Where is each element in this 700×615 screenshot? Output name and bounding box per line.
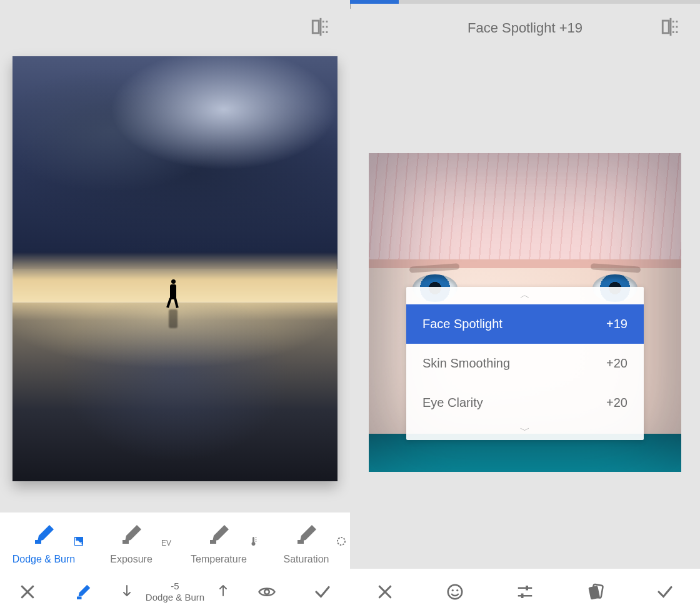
svg-rect-13	[122, 540, 129, 544]
sliders-button[interactable]	[506, 577, 544, 607]
menu-item-value: +20	[606, 356, 628, 371]
brush-tool-button[interactable]	[64, 577, 102, 607]
styles-button[interactable]	[576, 577, 614, 607]
menu-item-value: +20	[606, 396, 628, 410]
aperture-icon	[336, 536, 346, 548]
svg-rect-24	[662, 21, 669, 33]
brush-option-label: Temperature	[181, 554, 256, 565]
svg-rect-2	[322, 21, 324, 22]
menu-item-label: Skin Smoothing	[422, 356, 510, 371]
svg-rect-11	[76, 539, 78, 541]
cancel-button[interactable]	[9, 577, 46, 607]
exposure-sub-text: EV	[161, 539, 171, 548]
editor-panel-portrait: Face Spotlight +19 ︿ Face Spotlight +19 …	[350, 0, 700, 615]
svg-rect-3	[326, 21, 328, 22]
stepper-value: -5	[146, 581, 204, 592]
increase-button[interactable]	[216, 583, 231, 601]
decrease-button[interactable]	[119, 583, 134, 601]
stepper-labels: -5 Dodge & Burn	[146, 581, 204, 603]
menu-item-label: Face Spotlight	[422, 317, 502, 331]
bottombar-left: -5 Dodge & Burn	[0, 569, 350, 615]
silhouette-figure	[165, 279, 181, 317]
svg-point-33	[452, 589, 454, 591]
brush-option-label: Exposure	[94, 554, 169, 565]
svg-rect-36	[526, 586, 528, 591]
thermometer-icon	[249, 536, 259, 548]
topbar-left	[0, 0, 350, 56]
dodge-burn-sub-icon	[74, 536, 84, 548]
svg-rect-28	[672, 26, 674, 28]
brush-option-exposure[interactable]: EV Exposure	[94, 521, 169, 565]
svg-rect-27	[676, 21, 678, 22]
svg-rect-7	[326, 31, 328, 33]
menu-item-face-spotlight[interactable]: Face Spotlight +19	[406, 304, 644, 344]
svg-rect-12	[79, 542, 82, 544]
bottombar-right	[350, 569, 700, 615]
adjustment-title: Face Spotlight +19	[350, 20, 700, 36]
compare-icon[interactable]	[310, 16, 331, 40]
apply-button[interactable]	[304, 577, 341, 607]
menu-item-skin-smoothing[interactable]: Skin Smoothing +20	[406, 344, 644, 383]
svg-point-32	[448, 585, 462, 599]
image-canvas-left[interactable]	[0, 56, 350, 494]
compare-icon[interactable]	[660, 16, 681, 40]
apply-button[interactable]	[646, 577, 684, 607]
svg-rect-31	[676, 31, 678, 33]
image-canvas-right[interactable]: ︿ Face Spotlight +19 Skin Smoothing +20 …	[350, 56, 700, 569]
svg-rect-6	[322, 31, 324, 33]
svg-rect-4	[322, 26, 324, 28]
svg-rect-14	[210, 540, 216, 544]
svg-rect-29	[676, 26, 678, 28]
topbar-right: Face Spotlight +19	[350, 0, 700, 56]
svg-point-16	[252, 542, 256, 546]
adjustment-menu[interactable]: ︿ Face Spotlight +19 Skin Smoothing +20 …	[406, 287, 644, 440]
brush-options-row: Dodge & Burn EV Exposure Temperature	[0, 512, 350, 569]
photo-beach-silhouette	[12, 56, 338, 481]
chevron-up-icon[interactable]: ︿	[406, 287, 644, 304]
svg-rect-5	[326, 26, 328, 28]
svg-rect-15	[252, 537, 254, 542]
stepper-label: Dodge & Burn	[146, 592, 204, 603]
brush-option-label: Saturation	[269, 554, 344, 565]
svg-point-23	[265, 589, 270, 594]
value-stepper: -5 Dodge & Burn	[119, 581, 231, 603]
brush-option-label: Dodge & Burn	[6, 554, 81, 565]
mask-view-button[interactable]	[248, 577, 286, 607]
editor-panel-brush: Dodge & Burn EV Exposure Temperature	[0, 0, 350, 615]
svg-rect-26	[672, 21, 674, 22]
brush-option-saturation[interactable]: Saturation	[269, 521, 344, 565]
menu-item-value: +19	[606, 317, 628, 331]
svg-point-34	[456, 589, 458, 591]
svg-rect-0	[312, 21, 319, 33]
svg-rect-30	[672, 31, 674, 33]
brush-option-temperature[interactable]: Temperature	[181, 521, 256, 565]
chevron-down-icon[interactable]: ﹀	[406, 422, 644, 440]
menu-item-label: Eye Clarity	[422, 396, 483, 410]
svg-point-21	[338, 538, 345, 545]
svg-rect-8	[35, 540, 41, 544]
svg-rect-20	[298, 540, 304, 544]
photo-baby-portrait: ︿ Face Spotlight +19 Skin Smoothing +20 …	[369, 153, 681, 472]
brush-option-dodge-burn[interactable]: Dodge & Burn	[6, 521, 81, 565]
cancel-button[interactable]	[366, 577, 404, 607]
menu-item-eye-clarity[interactable]: Eye Clarity +20	[406, 383, 644, 422]
svg-rect-22	[77, 597, 82, 599]
svg-rect-38	[521, 594, 524, 599]
face-button[interactable]	[436, 577, 474, 607]
